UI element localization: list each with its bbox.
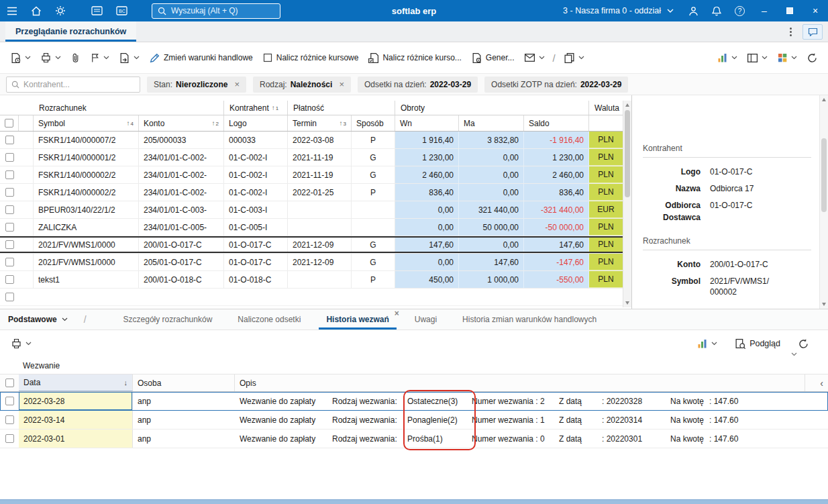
email-button[interactable] bbox=[519, 47, 550, 68]
print-button[interactable] bbox=[36, 47, 66, 68]
scrollbar-thumb[interactable] bbox=[625, 110, 630, 197]
scroll-up-icon[interactable] bbox=[822, 98, 826, 101]
row-checkbox[interactable] bbox=[5, 293, 14, 301]
notifications-bell-icon[interactable] bbox=[705, 0, 728, 21]
chevron-down-icon[interactable] bbox=[791, 352, 797, 356]
detail-tab[interactable]: Historia zmian warunków handlowych × bbox=[450, 309, 609, 330]
table-row[interactable]: BPEUR03/140/22/1/2 234/01/01-C-003- 01-C… bbox=[0, 201, 623, 219]
detail-panel-scrollbar[interactable] bbox=[819, 95, 828, 309]
layout-panels-button[interactable] bbox=[742, 47, 772, 68]
calculate-exchange-differences-button[interactable]: Nalicz różnice kursowe bbox=[258, 47, 364, 68]
refresh-button[interactable] bbox=[802, 47, 823, 68]
tab-przegladanie-rozrachunkow[interactable]: Przeglądanie rozrachunków bbox=[5, 21, 136, 42]
row-checkbox[interactable] bbox=[5, 434, 14, 443]
chat-icon[interactable] bbox=[803, 24, 823, 40]
column-header-ma[interactable]: Ma bbox=[459, 115, 524, 131]
settings-gear-icon[interactable] bbox=[48, 0, 72, 21]
chart-button[interactable] bbox=[692, 333, 722, 354]
table-row[interactable]: 2021/FV/WMS1/0000 205/01-O-017-C 01-O-01… bbox=[0, 254, 623, 271]
global-search-input[interactable]: Wyszukaj (Alt + Q) bbox=[152, 3, 280, 19]
table-row[interactable]: ZALICZKA 234/01/01-C-005- 01-C-005-I 0,0… bbox=[0, 219, 623, 236]
scroll-down-icon[interactable] bbox=[822, 303, 826, 306]
group-header-obroty[interactable]: Obroty bbox=[395, 101, 589, 115]
quick-actions-button[interactable] bbox=[772, 47, 802, 68]
row-checkbox[interactable] bbox=[5, 397, 14, 405]
generate-button[interactable]: Gener... bbox=[466, 47, 519, 68]
column-header-sposob[interactable]: Sposób bbox=[352, 115, 395, 131]
attachments-button[interactable] bbox=[66, 47, 85, 68]
table-row[interactable]: FSKR1/140/000001/2 234/01/01-C-002- 01-C… bbox=[0, 149, 623, 166]
chart-button[interactable] bbox=[712, 47, 742, 68]
row-checkbox[interactable] bbox=[5, 188, 14, 197]
group-header-waluta[interactable]: Waluta bbox=[589, 101, 623, 115]
new-row-placeholder[interactable] bbox=[0, 289, 623, 306]
row-checkbox[interactable] bbox=[5, 136, 14, 144]
close-button[interactable]: × bbox=[803, 0, 828, 21]
bc-module-icon[interactable]: BC bbox=[109, 0, 134, 21]
change-trade-terms-button[interactable]: Zmień warunki handlowe bbox=[144, 47, 258, 68]
wezwanie-row[interactable]: 2022-03-01 anp Wezwanie do zapłaty Rodza… bbox=[0, 430, 828, 448]
company-selector[interactable]: 3 - Nasza firma 0 - oddział bbox=[555, 6, 682, 15]
column-header-osoba[interactable]: Osoba bbox=[133, 374, 235, 391]
group-header-platnosc[interactable]: Płatność bbox=[288, 101, 395, 115]
chip-close-icon[interactable]: × bbox=[339, 80, 344, 89]
home-icon[interactable] bbox=[24, 0, 48, 21]
table-row[interactable]: tekst1 200/01-O-018-C 01-O-018-C P 450,0… bbox=[0, 271, 623, 289]
table-row[interactable]: 2021/FV/WMS1/0000 200/01-O-017-C 01-O-01… bbox=[0, 236, 623, 254]
detail-tab[interactable]: Naliczone odsetki × bbox=[225, 309, 313, 330]
filter-chip[interactable]: Odsetki na dzień: 2022-03-29 × bbox=[358, 77, 478, 93]
group-header-rozrachunek[interactable]: Rozrachunek bbox=[34, 101, 224, 115]
row-checkbox[interactable] bbox=[5, 415, 14, 424]
overflow-menu-icon[interactable] bbox=[784, 25, 797, 39]
scroll-up-icon[interactable] bbox=[625, 103, 629, 107]
scrollbar-thumb[interactable] bbox=[821, 138, 827, 212]
column-header-symbol[interactable]: Symbol↑4 bbox=[34, 115, 139, 131]
calculate-exchange-differences-2-button[interactable]: Nalicz różnice kurso... bbox=[363, 47, 466, 68]
row-checkbox[interactable] bbox=[5, 258, 14, 266]
collapse-panel-icon[interactable]: ‹ bbox=[805, 374, 828, 391]
scroll-down-icon[interactable] bbox=[625, 301, 629, 305]
row-checkbox[interactable] bbox=[5, 170, 14, 179]
minimize-button[interactable]: – bbox=[752, 0, 777, 21]
preview-button[interactable]: Podgląd bbox=[730, 333, 785, 354]
filter-chip[interactable]: Stan: Nierozliczone × bbox=[147, 77, 246, 93]
help-icon[interactable]: ? bbox=[728, 0, 752, 21]
wezwanie-row[interactable]: 2022-03-28 anp Wezwanie do zapłaty Rodza… bbox=[0, 392, 828, 411]
column-header-termin[interactable]: Termin↑3 bbox=[288, 115, 352, 131]
detail-tab[interactable]: Uwagi × bbox=[402, 309, 450, 330]
tab-close-icon[interactable]: × bbox=[395, 309, 399, 317]
column-header-wn[interactable]: Wn bbox=[395, 115, 459, 131]
select-all-checkbox[interactable] bbox=[5, 119, 13, 128]
select-all-checkbox[interactable] bbox=[5, 379, 14, 387]
table-row[interactable]: FSKR1/140/000007/2 205/000033 000033 202… bbox=[0, 132, 623, 149]
column-header-data[interactable]: Data↓ bbox=[19, 374, 133, 391]
export-button[interactable] bbox=[114, 47, 144, 68]
row-checkbox[interactable] bbox=[5, 205, 14, 214]
wezwanie-row[interactable]: 2022-03-14 anp Wezwanie do zapłaty Rodza… bbox=[0, 411, 828, 430]
copy-document-button[interactable] bbox=[559, 47, 589, 68]
kontrahent-filter-input[interactable]: Kontrahent... bbox=[6, 77, 140, 93]
table-row[interactable]: FSKR1/140/000002/2 234/01/01-C-002- 01-C… bbox=[0, 184, 623, 201]
print-button[interactable] bbox=[6, 333, 36, 354]
refresh-button[interactable] bbox=[793, 333, 814, 354]
column-header-logo[interactable]: Logo bbox=[224, 115, 288, 131]
view-selector[interactable]: Podstawowe bbox=[0, 309, 76, 330]
detail-tab[interactable]: Historia wezwań × bbox=[313, 309, 401, 330]
maximize-button[interactable] bbox=[777, 0, 803, 21]
filter-chip[interactable]: Rodzaj: Należności × bbox=[253, 77, 351, 93]
row-checkbox[interactable] bbox=[5, 240, 14, 249]
detail-tab[interactable]: Szczegóły rozrachunków × bbox=[111, 309, 225, 330]
table-row[interactable]: FSKR1/140/000002/2 234/01/01-C-002- 01-C… bbox=[0, 166, 623, 184]
flag-button[interactable] bbox=[85, 47, 114, 68]
document-history-button[interactable] bbox=[5, 47, 36, 68]
row-checkbox[interactable] bbox=[5, 153, 14, 162]
table-scrollbar[interactable] bbox=[623, 101, 631, 307]
filter-chip[interactable]: Odsetki ZOTP na dzień: 2022-03-29 × bbox=[484, 77, 628, 93]
chip-close-icon[interactable]: × bbox=[234, 80, 240, 89]
menu-icon[interactable] bbox=[0, 0, 24, 21]
row-checkbox[interactable] bbox=[5, 223, 14, 232]
column-header-opis[interactable]: Opis bbox=[235, 374, 805, 391]
row-checkbox[interactable] bbox=[5, 275, 14, 284]
column-header-saldo[interactable]: Saldo bbox=[524, 115, 589, 131]
documents-icon[interactable] bbox=[85, 0, 109, 21]
